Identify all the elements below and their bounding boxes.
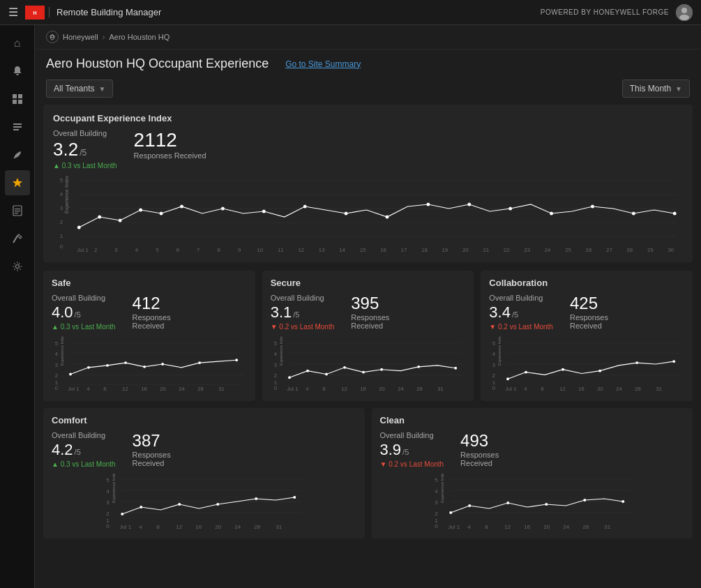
powered-by-text: POWERED BY HONEYWELL FORGE bbox=[541, 8, 669, 16]
safe-score-block: Overall Building 4.0 /5 ▲ 0.3 vs Last Mo… bbox=[52, 294, 116, 331]
secure-metrics: Overall Building 3.1 /5 ▼ 0.2 vs Last Mo… bbox=[271, 294, 466, 331]
svg-text:Experience Index: Experience Index bbox=[60, 336, 64, 365]
overall-score-val: 3.2 bbox=[53, 139, 78, 160]
svg-text:16: 16 bbox=[360, 386, 366, 392]
svg-point-48 bbox=[591, 205, 594, 209]
user-avatar[interactable] bbox=[676, 4, 693, 21]
svg-text:Experience Index: Experience Index bbox=[279, 336, 283, 365]
svg-point-152 bbox=[561, 368, 564, 371]
overall-metric-label: Overall Building bbox=[53, 129, 117, 137]
svg-point-39 bbox=[221, 207, 225, 211]
svg-text:4: 4 bbox=[435, 488, 438, 495]
svg-point-40 bbox=[262, 210, 266, 213]
svg-text:9: 9 bbox=[238, 247, 241, 252]
collaboration-metrics: Overall Building 3.4 /5 ▼ 0.2 vs Last Mo… bbox=[489, 294, 684, 331]
svg-text:Jul 1: Jul 1 bbox=[119, 524, 131, 529]
svg-text:0: 0 bbox=[55, 385, 58, 391]
svg-text:24: 24 bbox=[234, 524, 241, 529]
overall-responses-label: Responses Received bbox=[134, 151, 206, 160]
svg-text:11: 11 bbox=[278, 247, 284, 252]
svg-point-4 bbox=[679, 15, 689, 20]
svg-point-180 bbox=[255, 497, 257, 500]
sidebar-item-settings[interactable] bbox=[5, 254, 30, 279]
nav-right: POWERED BY HONEYWELL FORGE bbox=[541, 4, 693, 21]
svg-point-206 bbox=[583, 499, 586, 502]
svg-text:20: 20 bbox=[215, 524, 221, 529]
comfort-title: Comfort bbox=[52, 415, 356, 425]
chevron-down-icon: ▼ bbox=[98, 85, 105, 93]
svg-text:3: 3 bbox=[114, 247, 118, 252]
overall-card-title: Occupant Experience Index bbox=[53, 113, 683, 123]
svg-text:16: 16 bbox=[380, 247, 386, 252]
svg-text:2: 2 bbox=[60, 219, 63, 225]
svg-point-45 bbox=[467, 203, 471, 206]
sidebar-item-reports[interactable] bbox=[5, 198, 30, 223]
sidebar-item-tasks[interactable] bbox=[5, 114, 30, 140]
svg-text:31: 31 bbox=[218, 386, 225, 392]
svg-text:4: 4 bbox=[60, 191, 63, 197]
comfort-score: 4.2 /5 bbox=[52, 441, 116, 459]
sidebar-item-bell[interactable] bbox=[5, 59, 30, 84]
clean-score: 3.9 /5 bbox=[380, 441, 444, 459]
svg-text:Experience Index: Experience Index bbox=[64, 175, 70, 213]
clean-chart: 5 4 3 2 1 0 Experience Index bbox=[380, 474, 685, 529]
svg-point-98 bbox=[143, 365, 146, 368]
clean-score-block: Overall Building 3.9 /5 ▼ 0.2 vs Last Mo… bbox=[380, 431, 444, 468]
secure-responses-label: ResponsesReceived bbox=[351, 313, 389, 330]
svg-point-202 bbox=[449, 511, 452, 514]
collaboration-chart: 5 4 3 2 1 0 Experience Index bbox=[489, 336, 684, 392]
svg-text:Jul 1: Jul 1 bbox=[287, 386, 298, 392]
svg-point-100 bbox=[198, 361, 201, 364]
tenants-dropdown[interactable]: All Tenants ▼ bbox=[46, 80, 113, 98]
sidebar-item-leaf[interactable] bbox=[5, 142, 30, 167]
svg-text:16: 16 bbox=[141, 386, 147, 392]
chevron-down-icon-period: ▼ bbox=[675, 85, 682, 93]
svg-point-154 bbox=[636, 361, 639, 364]
svg-text:24: 24 bbox=[545, 247, 551, 252]
sidebar-item-star[interactable] bbox=[5, 170, 30, 195]
svg-text:8: 8 bbox=[541, 386, 544, 392]
overall-score-denom: /5 bbox=[80, 148, 86, 158]
safe-score-val: 4.0 bbox=[52, 303, 73, 322]
collaboration-change: ▼ 0.2 vs Last Month bbox=[489, 323, 553, 331]
svg-text:Jul 1: Jul 1 bbox=[505, 386, 516, 392]
svg-text:20: 20 bbox=[543, 524, 550, 529]
svg-point-41 bbox=[303, 205, 307, 209]
overall-responses-block: 2112 Responses Received bbox=[134, 129, 206, 160]
svg-text:13: 13 bbox=[319, 247, 325, 252]
svg-text:0: 0 bbox=[106, 523, 110, 529]
menu-icon[interactable]: ☰ bbox=[8, 6, 18, 19]
svg-text:8: 8 bbox=[103, 386, 106, 392]
breadcrumb: Honeywell › Aero Houston HQ bbox=[35, 25, 701, 50]
sidebar-item-grid[interactable] bbox=[5, 86, 30, 112]
svg-point-43 bbox=[386, 216, 389, 219]
comfort-score-val: 4.2 bbox=[52, 441, 73, 459]
collaboration-score-val: 3.4 bbox=[489, 303, 511, 322]
svg-text:4: 4 bbox=[306, 386, 309, 392]
svg-text:3: 3 bbox=[60, 205, 63, 211]
svg-point-35 bbox=[119, 219, 122, 223]
comfort-responses-label: ResponsesReceived bbox=[133, 451, 171, 467]
svg-text:4: 4 bbox=[106, 488, 110, 495]
clean-card: Clean Overall Building 3.9 /5 ▼ 0.2 vs L… bbox=[372, 408, 693, 538]
clean-metric-label: Overall Building bbox=[380, 431, 444, 439]
sidebar-item-home[interactable]: ⌂ bbox=[5, 31, 30, 56]
overall-metrics: Overall Building 3.2 /5 ▲ 0.3 vs Last Mo… bbox=[53, 129, 683, 169]
secure-responses-block: 395 ResponsesReceived bbox=[351, 294, 389, 330]
secure-score: 3.1 /5 bbox=[271, 303, 335, 322]
svg-text:24: 24 bbox=[398, 386, 404, 392]
svg-text:8: 8 bbox=[322, 386, 325, 392]
tenants-label: All Tenants bbox=[54, 84, 94, 93]
safe-score: 4.0 /5 bbox=[52, 303, 116, 322]
go-to-site-summary-link[interactable]: Go to Site Summary bbox=[285, 59, 361, 69]
sidebar-item-tools[interactable] bbox=[5, 226, 30, 251]
period-dropdown[interactable]: This Month ▼ bbox=[622, 80, 690, 98]
safe-metric-label: Overall Building bbox=[52, 294, 116, 302]
app-title: Remote Building Manager bbox=[49, 7, 161, 17]
comfort-change: ▲ 0.3 vs Last Month bbox=[52, 460, 116, 468]
comfort-score-denom: /5 bbox=[75, 448, 81, 456]
collaboration-card: Collaboration Overall Building 3.4 /5 ▼ … bbox=[481, 271, 693, 401]
secure-responses-val: 395 bbox=[351, 294, 389, 313]
svg-text:0: 0 bbox=[60, 243, 63, 250]
svg-point-124 bbox=[325, 373, 328, 376]
